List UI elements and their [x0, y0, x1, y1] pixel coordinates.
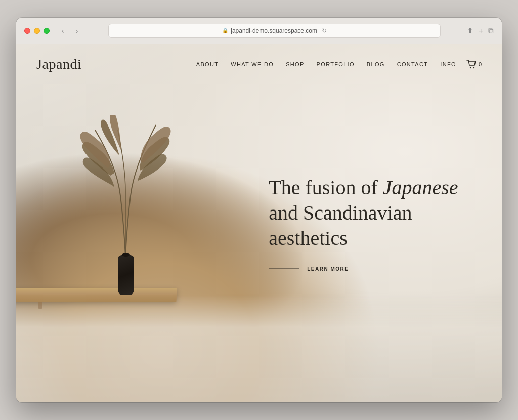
browser-actions: ⬆ + ⧉ [467, 26, 494, 35]
nav-contact[interactable]: CONTACT [397, 61, 428, 67]
nav-blog[interactable]: BLOG [367, 61, 385, 67]
site-navigation: Japandi ABOUT WHAT WE DO SHOP PORTFOLIO … [16, 44, 502, 85]
svg-point-1 [473, 67, 474, 68]
tabs-icon[interactable]: ⧉ [488, 26, 494, 35]
nav-shop[interactable]: SHOP [286, 61, 304, 67]
learn-more-text: LEARN MORE [307, 266, 349, 272]
nav-about[interactable]: ABOUT [196, 61, 219, 67]
hero-heading: The fusion of Japanese and Scandinavian … [269, 175, 472, 251]
address-bar[interactable]: 🔒 japandi-demo.squarespace.com ↻ [108, 24, 441, 38]
website-content: Japandi ABOUT WHAT WE DO SHOP PORTFOLIO … [16, 44, 502, 402]
hero-heading-line3: aesthetics [269, 227, 348, 249]
hero-heading-italic: Japanese [383, 176, 458, 199]
nav-what-we-do[interactable]: WHAT WE DO [231, 61, 274, 67]
hero-heading-line1: The fusion of [269, 176, 383, 199]
reload-icon[interactable]: ↻ [322, 27, 327, 34]
nav-info[interactable]: INFO [440, 61, 456, 67]
svg-point-0 [470, 67, 471, 68]
vase [118, 255, 134, 295]
url-display: japandi-demo.squarespace.com [231, 27, 317, 34]
plant-decoration [75, 115, 176, 257]
lock-icon: 🔒 [222, 28, 228, 33]
minimize-button[interactable] [34, 28, 40, 34]
cart-count: 0 [479, 61, 482, 67]
share-icon[interactable]: ⬆ [467, 26, 473, 35]
learn-more-link[interactable]: LEARN MORE [269, 266, 472, 272]
forward-button[interactable]: › [72, 27, 82, 35]
browser-chrome: ‹ › 🔒 japandi-demo.squarespace.com ↻ ⬆ +… [16, 18, 502, 44]
hero-text-block: The fusion of Japanese and Scandinavian … [269, 175, 472, 272]
hero-heading-line2: and Scandinavian [269, 201, 412, 224]
site-logo[interactable]: Japandi [36, 56, 81, 72]
traffic-lights [24, 28, 50, 34]
nav-links: ABOUT WHAT WE DO SHOP PORTFOLIO BLOG CON… [196, 61, 456, 67]
browser-controls: ‹ › [58, 27, 82, 35]
linen-texture [16, 295, 502, 402]
browser-window: ‹ › 🔒 japandi-demo.squarespace.com ↻ ⬆ +… [16, 18, 502, 402]
back-button[interactable]: ‹ [58, 27, 68, 35]
learn-more-line [269, 269, 299, 269]
maximize-button[interactable] [44, 28, 50, 34]
new-tab-icon[interactable]: + [479, 26, 483, 35]
cart-button[interactable]: 0 [466, 60, 482, 69]
close-button[interactable] [24, 28, 30, 34]
nav-portfolio[interactable]: PORTFOLIO [317, 61, 355, 67]
